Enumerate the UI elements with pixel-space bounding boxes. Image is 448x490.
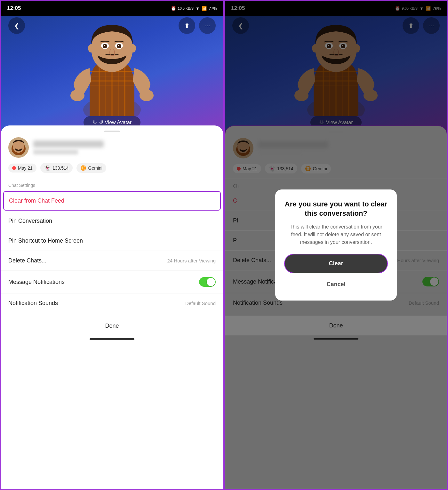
status-icons-1: ⏰ 10.0 KB/S ▼ 📶 77% xyxy=(171,6,217,11)
svg-point-1 xyxy=(70,90,84,101)
settings-section-1: Chat Settings Clear from Chat Feed Pin C… xyxy=(1,178,223,313)
zodiac-label-1: Gemini xyxy=(88,165,102,171)
wifi-icon-1: ▼ xyxy=(196,6,200,11)
dialog-clear-button[interactable]: Clear xyxy=(284,254,388,273)
svg-point-7 xyxy=(103,44,107,48)
battery-icon-1: 77% xyxy=(209,6,217,11)
back-button-1[interactable]: ❮ xyxy=(8,17,25,34)
svg-point-9 xyxy=(104,45,105,46)
phone-panel-1: 12:05 ⏰ 10.0 KB/S ▼ 📶 77% ❮ ⬆ ⋯ xyxy=(0,0,224,490)
delete-chats-right-1: 24 Hours after Viewing xyxy=(167,258,216,263)
done-button-1[interactable]: Done xyxy=(1,316,223,336)
notif-sounds-item-1[interactable]: Notification Sounds Default Sound xyxy=(1,293,223,313)
date-badge-1: May 21 xyxy=(8,164,36,173)
status-bar-1: 12:05 ⏰ 10.0 KB/S ▼ 📶 77% xyxy=(1,1,223,16)
dialog-cancel-button[interactable]: Cancel xyxy=(284,276,388,293)
msg-notif-toggle-1[interactable] xyxy=(199,277,216,287)
gemini-icon-1: ♊ xyxy=(80,165,86,171)
profile-info-1 xyxy=(33,141,216,155)
sheet-handle-1 xyxy=(104,131,120,132)
clear-dialog: Are you sure you want to clear this conv… xyxy=(275,189,397,301)
zodiac-badge-1: ♊ Gemini xyxy=(76,163,106,173)
phone-panel-2: 12:05 ⏰ 9.00 KB/S ▼ 📶 76% ❮ ⬆ ⋯ xyxy=(224,0,448,490)
settings-label-1: Chat Settings xyxy=(1,178,223,190)
profile-avatar-1 xyxy=(8,137,29,158)
dialog-body: This will clear the conversation from yo… xyxy=(284,223,388,246)
more-button-1[interactable]: ⋯ xyxy=(199,17,216,34)
speed-icon-1: 10.0 KB/S xyxy=(178,6,194,10)
chevron-down-icon-1: ⟱ xyxy=(92,119,97,125)
svg-point-2 xyxy=(140,90,154,101)
dialog-title: Are you sure you want to clear this conv… xyxy=(284,200,388,218)
nav-buttons-1: ❮ ⬆ ⋯ xyxy=(1,17,223,34)
pin-home-text-1: Pin Shortcut to Home Screen xyxy=(8,237,83,244)
date-label-1: May 21 xyxy=(18,165,33,171)
delete-chats-text-1: Delete Chats... xyxy=(8,257,46,264)
svg-point-8 xyxy=(117,44,121,48)
profile-name-blur-1 xyxy=(33,141,104,148)
score-label-1: 133,514 xyxy=(52,165,69,171)
profile-sub-blur-1 xyxy=(33,149,78,155)
profile-row-1 xyxy=(1,137,223,163)
alarm-icon-1: ⏰ xyxy=(171,6,176,11)
msg-notif-text-1: Message Notifications xyxy=(8,279,65,285)
back-icon-1: ❮ xyxy=(14,22,20,29)
avatar-section-1: ❮ ⬆ ⋯ xyxy=(1,1,223,135)
bottom-sheet-1: May 21 👻 133,514 ♊ Gemini Chat Settings … xyxy=(1,125,223,489)
red-dot-icon-1 xyxy=(12,166,16,170)
svg-point-11 xyxy=(88,44,94,52)
nav-btn-group-1: ⬆ ⋯ xyxy=(179,17,216,34)
svg-point-12 xyxy=(130,44,136,52)
status-time-1: 12:05 xyxy=(7,5,21,12)
view-avatar-label-1: ⟱ View Avatar xyxy=(99,119,132,125)
toggle-knob-1 xyxy=(207,278,215,286)
badges-row-1: May 21 👻 133,514 ♊ Gemini xyxy=(1,163,223,178)
notif-sounds-text-1: Notification Sounds xyxy=(8,300,58,307)
signal-icon-1: 📶 xyxy=(202,6,207,11)
share-icon-1: ⬆ xyxy=(184,22,190,29)
dialog-overlay: Are you sure you want to clear this conv… xyxy=(225,1,447,489)
more-icon-1: ⋯ xyxy=(204,22,211,29)
home-bar-1 xyxy=(90,338,134,340)
pin-conv-text-1: Pin Conversation xyxy=(8,218,52,224)
score-badge-1: 👻 133,514 xyxy=(40,163,73,173)
clear-feed-text-1: Clear from Chat Feed xyxy=(9,197,64,204)
msg-notif-item-1[interactable]: Message Notifications xyxy=(1,271,223,293)
share-button-1[interactable]: ⬆ xyxy=(179,17,195,34)
pin-home-item-1[interactable]: Pin Shortcut to Home Screen xyxy=(1,231,223,251)
clear-feed-item-1[interactable]: Clear from Chat Feed xyxy=(3,191,221,211)
svg-point-10 xyxy=(118,45,119,46)
notif-sounds-right-1: Default Sound xyxy=(185,301,216,306)
delete-chats-item-1[interactable]: Delete Chats... 24 Hours after Viewing xyxy=(1,251,223,271)
pin-conv-item-1[interactable]: Pin Conversation xyxy=(1,211,223,231)
ghost-icon-1: 👻 xyxy=(44,165,51,171)
